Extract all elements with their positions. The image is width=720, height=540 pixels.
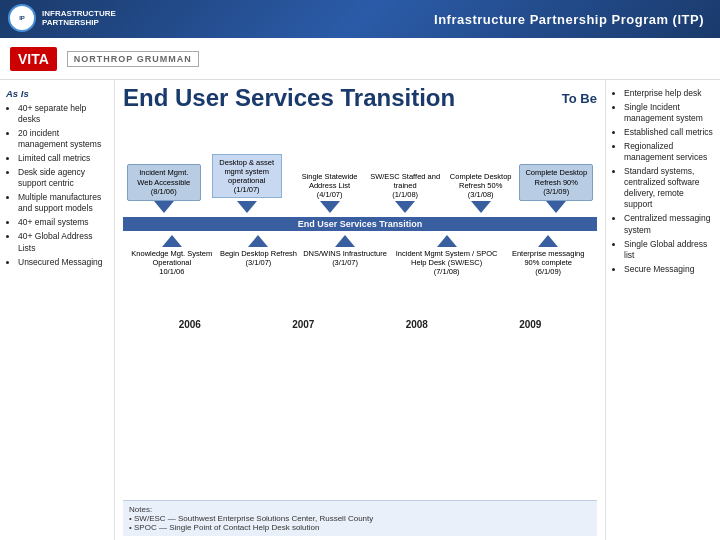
year-labels: 2006 2007 2008 2009 — [123, 319, 597, 330]
list-item: Unsecured Messaging — [18, 257, 108, 268]
up-arrow-icon — [538, 235, 558, 247]
list-item: 20 incident management systems — [18, 128, 108, 150]
list-item: 40+ Global Address Lists — [18, 231, 108, 253]
milestone-dns: DNS/WINS Infrastructure (3/1/07) — [300, 235, 390, 267]
desktop-date: (1/1/07) — [234, 185, 260, 194]
list-item: Multiple manufactures and support models — [18, 192, 108, 214]
main-content: As Is 40+ separate help desks 20 inciden… — [0, 80, 720, 540]
top-milestones: Incident Mgmt. Web Accessible (8/1/06) D… — [123, 118, 597, 213]
list-item: Limited call metrics — [18, 153, 108, 164]
down-arrow-icon — [395, 201, 415, 213]
milestone-refresh50: Complete Desktop Refresh 50% (3/1/08) — [444, 172, 518, 213]
down-arrow-icon — [237, 201, 257, 213]
bottom-milestones: Knowledge Mgt. System Operational 10/1/0… — [123, 235, 597, 315]
incident-mgmt-label: Incident Mgmt System / SPOC Help Desk (S… — [392, 249, 502, 276]
to-be-list: Enterprise help desk Single Incident man… — [612, 88, 714, 275]
begin-refresh-label: Begin Desktop Refresh (3/1/07) — [220, 249, 297, 267]
list-item: Secure Messaging — [624, 264, 714, 275]
ng-logo: NORTHROP GRUMMAN — [67, 51, 199, 67]
year-2009: 2009 — [474, 319, 588, 330]
statewide-label: Single Statewide Address List (4/1/07) — [293, 172, 367, 199]
milestone-incident: Incident Mgmt. Web Accessible (8/1/06) — [127, 164, 201, 213]
header-title: Infrastructure Partnership Program (ITP) — [434, 12, 704, 27]
down-arrow-icon — [546, 201, 566, 213]
incident-label: Incident Mgmt. Web Accessible — [137, 168, 190, 187]
milestone-incident-mgmt: Incident Mgmt System / SPOC Help Desk (S… — [392, 235, 502, 276]
notes-label: Notes: — [129, 505, 591, 514]
milestone-knowledge: Knowledge Mgt. System Operational 10/1/0… — [127, 235, 217, 276]
dns-label: DNS/WINS Infrastructure (3/1/07) — [303, 249, 387, 267]
left-panel: As Is 40+ separate help desks 20 inciden… — [0, 80, 115, 540]
desktop-label: Desktop & asset mgmt system operational — [219, 158, 274, 185]
as-is-list: 40+ separate help desks 20 incident mana… — [6, 103, 108, 268]
notes-area: Notes: • SW/ESC — Southwest Enterprise S… — [123, 500, 597, 536]
up-arrow-icon — [335, 235, 355, 247]
refresh50-label: Complete Desktop Refresh 50% (3/1/08) — [444, 172, 518, 199]
milestone-desktop: Desktop & asset mgmt system operational … — [203, 154, 291, 213]
header-logo-area: IP INFRASTRUCTUREPARTNERSHIP — [8, 4, 116, 32]
list-item: Single Incident management system — [624, 102, 714, 124]
right-panel: Enterprise help desk Single Incident man… — [605, 80, 720, 540]
to-be-label: To Be — [562, 91, 597, 106]
milestone-statewide: Single Statewide Address List (4/1/07) — [293, 172, 367, 213]
note-1: • SW/ESC — Southwest Enterprise Solution… — [129, 514, 591, 523]
list-item: Centralized messaging system — [624, 213, 714, 235]
vita-logo: VITA — [10, 47, 57, 71]
incident-date: (8/1/06) — [151, 187, 177, 196]
logo-icon: IP — [8, 4, 36, 32]
milestone-swesc: SW/ESC Staffed and trained (1/1/08) — [368, 172, 442, 213]
up-arrow-icon — [437, 235, 457, 247]
year-2006: 2006 — [133, 319, 247, 330]
milestone-refresh90: Complete Desktop Refresh 90% (3/1/09) — [519, 164, 593, 213]
enterprise-label: Enterprise messaging 90% complete (6/1/0… — [503, 249, 593, 276]
complete-label: Complete Desktop Refresh 90% — [525, 168, 587, 187]
header: IP INFRASTRUCTUREPARTNERSHIP Infrastruct… — [0, 0, 720, 38]
timeline-area: Incident Mgmt. Web Accessible (8/1/06) D… — [123, 118, 597, 496]
up-arrow-icon — [162, 235, 182, 247]
swesc-label: SW/ESC Staffed and trained (1/1/08) — [368, 172, 442, 199]
note-2: • SPOC — Single Point of Contact Help De… — [129, 523, 591, 532]
complete-box: Complete Desktop Refresh 90% (3/1/09) — [519, 164, 593, 201]
incident-box: Incident Mgmt. Web Accessible (8/1/06) — [127, 164, 201, 201]
down-arrow-icon — [154, 201, 174, 213]
page-title: End User Services Transition — [123, 84, 554, 112]
milestone-enterprise: Enterprise messaging 90% complete (6/1/0… — [503, 235, 593, 276]
down-arrow-icon — [320, 201, 340, 213]
list-item: Standard systems, centralized software d… — [624, 166, 714, 210]
year-2008: 2008 — [360, 319, 474, 330]
desktop-box: Desktop & asset mgmt system operational … — [212, 154, 282, 198]
page-title-row: End User Services Transition To Be — [123, 84, 597, 112]
list-item: Single Global address list — [624, 239, 714, 261]
complete-date: (3/1/09) — [543, 187, 569, 196]
list-item: Desk side agency support centric — [18, 167, 108, 189]
down-arrow-icon — [471, 201, 491, 213]
timeline-bar: End User Services Transition — [123, 217, 597, 231]
up-arrow-icon — [248, 235, 268, 247]
list-item: 40+ separate help desks — [18, 103, 108, 125]
list-item: Regionalized management services — [624, 141, 714, 163]
list-item: 40+ email systems — [18, 217, 108, 228]
list-item: Enterprise help desk — [624, 88, 714, 99]
logo-strip: VITA NORTHROP GRUMMAN — [0, 38, 720, 80]
list-item: Established call metrics — [624, 127, 714, 138]
as-is-label: As Is — [6, 88, 108, 99]
center-content: End User Services Transition To Be Incid… — [115, 80, 605, 540]
timeline-label: End User Services Transition — [298, 219, 423, 229]
knowledge-label: Knowledge Mgt. System Operational 10/1/0… — [127, 249, 217, 276]
program-name-small: INFRASTRUCTUREPARTNERSHIP — [42, 9, 116, 27]
milestone-begin-refresh: Begin Desktop Refresh (3/1/07) — [219, 235, 299, 267]
year-2007: 2007 — [247, 319, 361, 330]
